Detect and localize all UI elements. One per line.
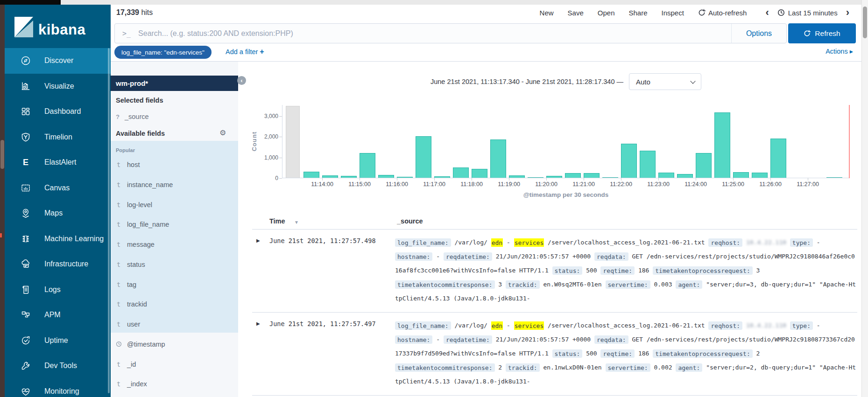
sidebar-item-logs[interactable]: Logs bbox=[5, 277, 111, 303]
histogram-bar[interactable] bbox=[602, 177, 618, 178]
menu-item-open[interactable]: Open bbox=[598, 9, 615, 17]
window-scrollbar[interactable] bbox=[861, 0, 868, 397]
histogram-bar[interactable] bbox=[752, 173, 768, 178]
field-item-source[interactable]: ? _source bbox=[116, 113, 149, 120]
expand-row-caret-icon[interactable]: ▶ bbox=[256, 321, 260, 326]
refresh-button[interactable]: Refresh bbox=[788, 23, 856, 43]
interval-select[interactable]: Auto bbox=[629, 73, 701, 90]
field-item-message[interactable]: tmessage bbox=[116, 240, 155, 249]
field-value-text: en.W0sq2MT6-01en bbox=[543, 281, 605, 288]
string-type-icon: t bbox=[116, 281, 121, 288]
search-input[interactable] bbox=[137, 29, 731, 38]
histogram-bar[interactable] bbox=[490, 139, 506, 178]
dev-tools-icon bbox=[20, 360, 31, 371]
x-axis-tick bbox=[808, 178, 808, 181]
field-item--index[interactable]: t_index bbox=[116, 379, 147, 389]
options-button[interactable]: Options bbox=[731, 24, 786, 43]
x-axis-tick-label: 11:16:00 bbox=[378, 181, 416, 188]
field-name: _id bbox=[127, 361, 136, 368]
kibana-brand[interactable]: kibana bbox=[5, 5, 111, 48]
sidebar-item-maps[interactable]: Maps bbox=[5, 201, 111, 226]
sidebar-item-monitoring[interactable]: Monitoring bbox=[5, 379, 111, 397]
sidebar-item-discover[interactable]: Discover bbox=[5, 48, 111, 74]
histogram-bar[interactable] bbox=[341, 176, 357, 178]
histogram-bar[interactable] bbox=[303, 172, 319, 178]
histogram-bar[interactable] bbox=[696, 153, 712, 178]
histogram-bar[interactable] bbox=[733, 172, 749, 178]
histogram-bar[interactable] bbox=[378, 175, 394, 178]
histogram-bar[interactable] bbox=[565, 173, 581, 178]
time-range-picker[interactable]: Last 15 minutes bbox=[777, 9, 838, 17]
field-value-text: - bbox=[507, 322, 510, 329]
menu-item-share[interactable]: Share bbox=[628, 9, 647, 17]
field-item-host[interactable]: thost bbox=[116, 160, 140, 169]
sidebar-nav: DiscoverVisualizeDashboardTimelionEElast… bbox=[5, 48, 111, 397]
histogram-bar[interactable] bbox=[770, 139, 786, 178]
sidebar-item-uptime[interactable]: Uptime bbox=[5, 328, 111, 354]
field-value-text: 500 bbox=[586, 267, 600, 274]
sidebar-item-dev-tools[interactable]: Dev Tools bbox=[5, 353, 111, 379]
sidebar-item-visualize[interactable]: Visualize bbox=[5, 74, 111, 99]
histogram-bar[interactable] bbox=[360, 153, 375, 178]
sort-caret-icon[interactable]: ▼ bbox=[294, 220, 299, 225]
field-item-log-level[interactable]: tlog-level bbox=[116, 200, 152, 209]
histogram-bar[interactable] bbox=[434, 176, 450, 178]
histogram-bar[interactable] bbox=[640, 151, 656, 178]
sidebar-item-canvas[interactable]: Canvas bbox=[5, 175, 111, 201]
field-item-trackid[interactable]: ttrackid bbox=[116, 299, 147, 309]
sidebar-scrollbar[interactable] bbox=[108, 48, 110, 393]
histogram-bar[interactable] bbox=[472, 169, 487, 178]
histogram-bar[interactable] bbox=[621, 144, 637, 178]
menu-item-inspect[interactable]: Inspect bbox=[662, 9, 684, 17]
collapse-panel-chevron-icon[interactable]: ‹ bbox=[237, 76, 246, 85]
add-filter-button[interactable]: Add a filter + bbox=[226, 48, 264, 56]
edge-strip-handle[interactable] bbox=[0, 140, 4, 169]
histogram-bar[interactable] bbox=[528, 177, 543, 178]
histogram-bar[interactable] bbox=[826, 177, 842, 178]
visualize-icon bbox=[20, 81, 31, 92]
time-forward-chevron-icon[interactable]: › bbox=[844, 8, 851, 17]
popular-label: Popular bbox=[116, 147, 135, 153]
time-back-chevron-icon[interactable]: ‹ bbox=[763, 8, 770, 17]
field-item-log-file-name[interactable]: tlog_file_name bbox=[116, 220, 169, 229]
histogram-bar[interactable] bbox=[416, 136, 431, 178]
available-fields-heading: Available fields bbox=[116, 130, 165, 137]
histogram-bar-partial[interactable] bbox=[286, 106, 300, 178]
time-column-header[interactable]: Time bbox=[269, 217, 285, 225]
gear-icon[interactable]: ⚙ bbox=[219, 128, 226, 137]
histogram-bar[interactable] bbox=[453, 167, 469, 178]
actions-button[interactable]: Actions ▸ bbox=[826, 48, 853, 55]
field-item--id[interactable]: t_id bbox=[116, 360, 136, 369]
sidebar-item-machine-learning[interactable]: Machine Learning bbox=[5, 226, 111, 252]
sidebar-item-elastalert[interactable]: EElastAlert bbox=[5, 150, 111, 175]
sidebar-item-apm[interactable]: APM bbox=[5, 302, 111, 328]
field-item-status[interactable]: tstatus bbox=[116, 260, 145, 269]
string-type-icon: t bbox=[116, 320, 121, 328]
table-row: ▶June 21st 2021, 11:27:57.497log_file_na… bbox=[252, 313, 857, 396]
actions-label: Actions bbox=[826, 48, 848, 55]
expand-row-caret-icon[interactable]: ▶ bbox=[256, 238, 260, 243]
menu-item-save[interactable]: Save bbox=[568, 9, 584, 17]
row-source-content: log_file_name: /var/log/ edn - services … bbox=[395, 319, 857, 389]
histogram-bar[interactable] bbox=[322, 175, 338, 178]
menu-item-new[interactable]: New bbox=[540, 9, 554, 17]
histogram-bar[interactable] bbox=[546, 176, 562, 178]
histogram-bar[interactable] bbox=[397, 177, 413, 178]
window-scrollbar-thumb[interactable] bbox=[863, 7, 867, 38]
sidebar-item-timelion[interactable]: Timelion bbox=[5, 125, 111, 150]
histogram-bar[interactable] bbox=[584, 173, 600, 178]
auto-refresh-button[interactable]: Auto-refresh bbox=[698, 9, 747, 17]
sidebar-item-infrastructure[interactable]: Infrastructure bbox=[5, 251, 111, 277]
histogram-bar[interactable] bbox=[714, 112, 730, 178]
field-item-tag[interactable]: ttag bbox=[116, 280, 136, 289]
field-value-text: /server/localhost_access_log.2021-06-21.… bbox=[548, 322, 708, 329]
index-pattern-selector[interactable]: wm-prod* bbox=[111, 76, 238, 91]
histogram-bar[interactable] bbox=[509, 175, 525, 178]
histogram-bar[interactable] bbox=[658, 173, 674, 178]
field-item--timestamp[interactable]: @timestamp bbox=[116, 340, 165, 349]
histogram-bar[interactable] bbox=[677, 174, 693, 178]
field-item-user[interactable]: tuser bbox=[116, 320, 140, 329]
field-item-instance-name[interactable]: tinstance_name bbox=[116, 180, 173, 189]
sidebar-item-dashboard[interactable]: Dashboard bbox=[5, 99, 111, 125]
filter-pill[interactable]: log_file_name: "edn-services" bbox=[114, 46, 212, 59]
